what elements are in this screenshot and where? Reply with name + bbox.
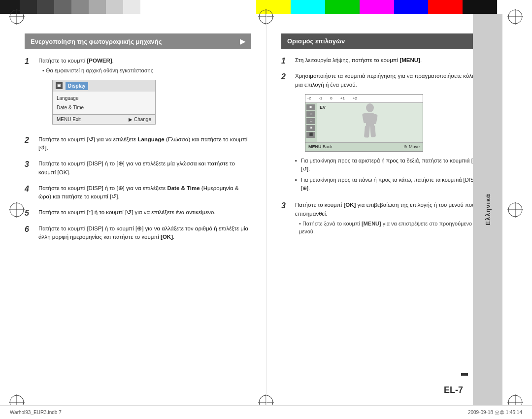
svg-rect-29 (370, 125, 376, 137)
color-chip (123, 0, 140, 14)
ev-body: ▣ ◎ ⊡ ◉ ⬛ EV (305, 103, 423, 142)
display-body: Language Date & Time (53, 92, 155, 114)
sidebar-label: Ελληνικά (484, 193, 492, 226)
step-content-6: Πατήστε το κουμπί [DISP] ή το κουμπί [⊕]… (38, 225, 251, 243)
display-mockup: ▣ Display Language Date & Time MENU Exit… (52, 80, 156, 125)
right-step-content-2: Χρησιμοποιήστε τα κουμπιά περιήγησης για… (295, 72, 488, 195)
step-content-1: Πατήστε το κουμπί [POWER]. Θα εμφανιστεί… (38, 57, 156, 129)
color-chip-blue (394, 0, 429, 14)
svg-rect-28 (364, 126, 370, 138)
display-icon: ▣ (56, 82, 63, 89)
ev-icon-1: ▣ (306, 104, 315, 110)
bullet-item-2: Για μετακίνηση προς τα πάνω ή προς τα κά… (295, 176, 488, 192)
step-5: 5 Πατήστε το κουμπί [↑] ή το κουμπί [↺] … (25, 208, 251, 218)
color-chip (89, 0, 106, 14)
color-chip-green (325, 0, 360, 14)
color-chip-red (428, 0, 463, 14)
step-content-2: Πατήστε το κουμπί [↺] για να επιλέξετε L… (38, 135, 251, 154)
right-step-content-3: Πατήστε το κουμπί [OK] για επιβεβαίωση τ… (295, 201, 488, 237)
right-step-3: 3 Πατήστε το κουμπί [OK] για επιβεβαίωση… (281, 201, 488, 237)
display-footer: MENU Exit ▶ Change (53, 114, 155, 124)
main-content: Ενεργοποίηση της φωτογραφικής μηχανής ▶ … (0, 14, 532, 405)
right-section-title: Ορισμός επιλογών (287, 37, 345, 45)
svg-point-24 (366, 103, 374, 112)
ev-icon-2: ◎ (306, 111, 315, 117)
right-section-header: Ορισμός επιλογών (281, 33, 488, 49)
color-chip (140, 0, 256, 14)
right-step-num-2: 2 (281, 72, 291, 81)
display-item-datetime: Date & Time (57, 103, 151, 112)
step-num-5: 5 (25, 209, 34, 218)
step-num-3: 3 (25, 160, 34, 169)
step-num-6: 6 (25, 225, 34, 234)
display-label: Display (66, 82, 88, 90)
ev-main-area: EV (317, 103, 423, 142)
right-step-num-1: 1 (281, 57, 291, 65)
color-chip (37, 0, 54, 14)
color-chip (106, 0, 123, 14)
step-3: 3 Πατήστε το κουμπί [DISP] ή το [⊕] για … (25, 160, 251, 178)
right-step-1: 1 Στη λειτουργία λήψης, πατήστε το κουμπ… (281, 56, 488, 66)
step-num-1: 1 (25, 57, 34, 66)
color-chip-cyan (291, 0, 325, 14)
footer-left: Warhol93_EUR3.indb 7 (10, 410, 62, 415)
ev-mockup: -2-10+1+2 ▣ ◎ ⊡ ◉ ⬛ EV (305, 94, 423, 152)
right-color-bars (256, 0, 532, 14)
ev-icon-5: ⬛ (306, 132, 315, 138)
bullet-item-1: Για μετακίνηση προς τα αριστερά ή προς τ… (295, 157, 488, 173)
color-chip-magenta (360, 0, 394, 14)
right-sidebar: Ελληνικά (473, 14, 502, 405)
display-item-language: Language (57, 94, 151, 103)
step-num-2: 2 (25, 136, 34, 145)
step-1: 1 Πατήστε το κουμπί [POWER]. Θα εμφανιστ… (25, 57, 251, 129)
footer-right: 2009-09-18 오후 1:45:14 (468, 409, 522, 416)
step-4: 4 Πατήστε το κουμπί [DISP] ή το [⊕] για … (25, 184, 251, 203)
display-footer-exit: MENU Exit (57, 116, 81, 123)
right-step-content-1: Στη λειτουργία λήψης, πατήστε το κουμπί … (295, 56, 422, 66)
ev-footer-move: ⊕ Move (403, 144, 420, 151)
ev-footer-back: MENU Back (308, 144, 332, 151)
step-content-3: Πατήστε το κουμπί [DISP] ή το [⊕] για να… (38, 160, 251, 178)
ev-icon-4: ◉ (306, 125, 315, 131)
page-number-bar (461, 373, 468, 376)
ev-icons: ▣ ◎ ⊡ ◉ ⬛ (305, 103, 317, 142)
right-page: Ορισμός επιλογών 1 Στη λειτουργία λήψης,… (266, 14, 502, 405)
page-number: EL-7 (444, 385, 463, 395)
ev-figure-svg (355, 103, 385, 142)
ev-icon-3: ⊡ (306, 118, 315, 124)
color-chip-black (463, 0, 497, 14)
footer-bar: Warhol93_EUR3.indb 7 2009-09-18 오후 1:45:… (0, 405, 532, 419)
step-content-5: Πατήστε το κουμπί [↑] ή το κουμπί [↺] γι… (38, 208, 216, 218)
ev-top-bar: -2-10+1+2 (305, 95, 423, 103)
step-content-4: Πατήστε το κουμπί [DISP] ή το [⊕] για να… (38, 184, 251, 203)
step-6: 6 Πατήστε το κουμπί [DISP] ή το κουμπί [… (25, 225, 251, 243)
ev-scale: -2-10+1+2 (307, 96, 357, 101)
right-step-2: 2 Χρησιμοποιήστε τα κουμπιά περιήγησης γ… (281, 72, 488, 195)
display-footer-change: ▶ Change (129, 116, 151, 123)
color-chip (71, 0, 89, 14)
ev-label: EV (320, 104, 326, 111)
color-chip (54, 0, 71, 14)
right-step-num-3: 3 (281, 201, 291, 210)
display-top-bar: ▣ Display (53, 80, 155, 92)
arrow-icon: ▶ (240, 37, 245, 45)
left-page: Ενεργοποίηση της φωτογραφικής μηχανής ▶ … (0, 14, 266, 405)
left-section-header: Ενεργοποίηση της φωτογραφικής μηχανής ▶ (25, 33, 251, 49)
step-2: 2 Πατήστε το κουμπί [↺] για να επιλέξετε… (25, 135, 251, 154)
left-color-bars (0, 0, 256, 14)
left-section-title: Ενεργοποίηση της φωτογραφικής μηχανής (31, 38, 162, 45)
step-num-4: 4 (25, 185, 34, 193)
ev-footer: MENU Back ⊕ Move (305, 142, 423, 152)
